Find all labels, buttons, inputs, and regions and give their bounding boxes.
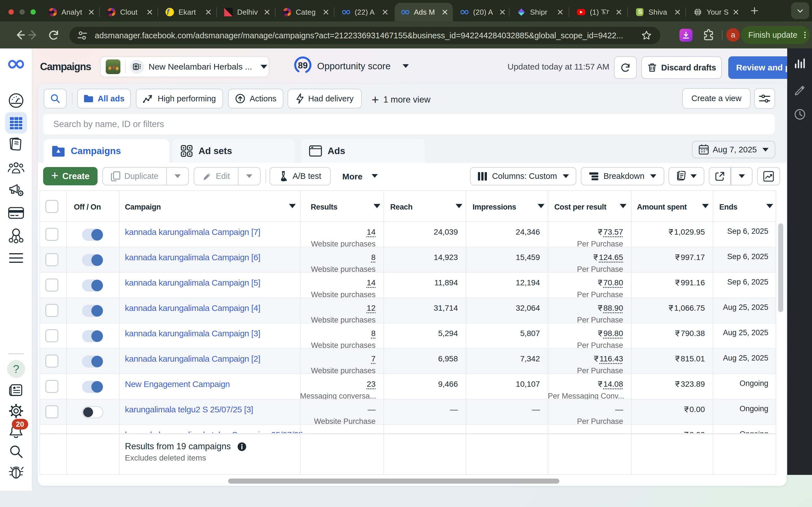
svg-text:89: 89 — [298, 61, 308, 70]
